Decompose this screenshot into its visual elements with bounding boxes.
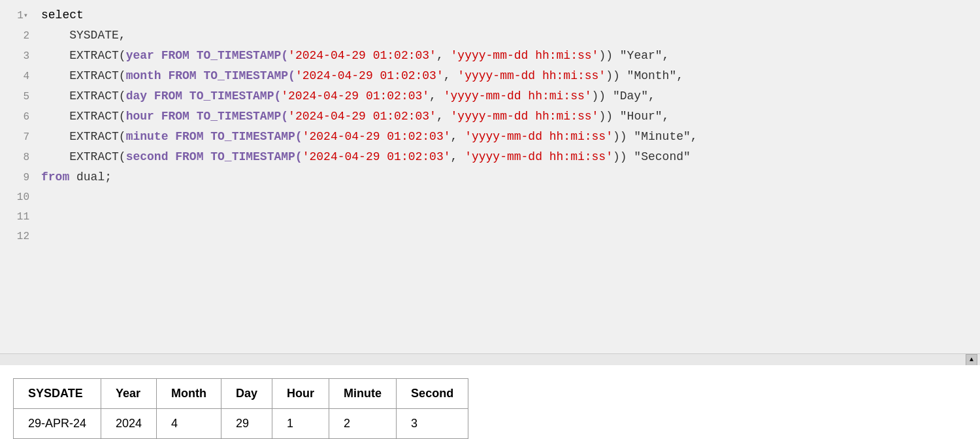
code-line: 6 EXTRACT(hour FROM TO_TIMESTAMP('2024-0… (0, 106, 980, 127)
code-content: SYSDATE, (36, 25, 126, 45)
code-segment: )) "Hour", (598, 110, 669, 123)
code-line: 11 (0, 207, 980, 227)
line-number: 5 (0, 87, 36, 106)
code-segment: SYSDATE, (41, 29, 126, 42)
table-row: 29-APR-242024429123 (14, 409, 468, 439)
code-segment: )) "Second" (613, 150, 691, 163)
code-segment: '2024-04-29 01:02:03' (288, 49, 436, 62)
table-header: Minute (329, 379, 397, 409)
code-segment: '2024-04-29 01:02:03' (295, 69, 444, 82)
code-line: 3 EXTRACT(year FROM TO_TIMESTAMP('2024-0… (0, 46, 980, 66)
code-segment: day (126, 89, 147, 103)
code-segment: , (451, 130, 465, 143)
code-segment: , (436, 110, 451, 123)
code-segment: , (444, 69, 458, 82)
code-segment: , (429, 89, 444, 103)
table-header: SYSDATE (14, 379, 101, 409)
code-segment: )) "Month", (606, 69, 683, 82)
code-line: 9from dual; (0, 167, 980, 187)
code-segment: from (41, 171, 69, 184)
code-segment: EXTRACT( (41, 49, 126, 62)
code-segment: '2024-04-29 01:02:03' (302, 130, 451, 143)
line-number: 6 (0, 107, 36, 127)
collapse-icon[interactable]: ▾ (24, 6, 28, 25)
table-header: Month (157, 379, 221, 409)
code-segment: hour (126, 110, 154, 123)
code-segment: FROM TO_TIMESTAMP( (154, 49, 288, 62)
code-segment: EXTRACT( (41, 130, 126, 143)
code-segment: select (41, 8, 84, 22)
code-content: EXTRACT(year FROM TO_TIMESTAMP('2024-04-… (36, 46, 669, 65)
table-header: Second (397, 379, 468, 409)
code-segment: 'yyyy-mm-dd hh:mi:ss' (465, 130, 613, 143)
code-segment: FROM TO_TIMESTAMP( (168, 130, 302, 143)
table-cell: 3 (397, 409, 468, 439)
code-segment: '2024-04-29 01:02:03' (281, 89, 429, 103)
code-content: from dual; (36, 167, 112, 187)
line-number: 12 (0, 227, 36, 246)
line-number: 10 (0, 187, 36, 207)
table-cell: 2024 (101, 409, 157, 439)
line-number: 11 (0, 207, 36, 227)
code-line: 4 EXTRACT(month FROM TO_TIMESTAMP('2024-… (0, 66, 980, 86)
scroll-up-button[interactable]: ▲ (966, 354, 977, 366)
code-segment: EXTRACT( (41, 69, 126, 82)
table-header: Year (101, 379, 157, 409)
results-area: SYSDATEYearMonthDayHourMinuteSecond 29-A… (0, 365, 980, 439)
line-number: 8 (0, 148, 36, 167)
code-segment: minute (126, 130, 169, 143)
code-line: 1 ▾select (0, 5, 980, 25)
code-line: 12 (0, 227, 980, 246)
table-cell: 29-APR-24 (14, 409, 101, 439)
table-cell: 2 (329, 409, 397, 439)
line-number: 1 ▾ (0, 6, 36, 25)
code-block: 1 ▾select2 SYSDATE,3 EXTRACT(year FROM T… (0, 0, 980, 252)
code-segment: FROM TO_TIMESTAMP( (161, 69, 295, 82)
code-editor[interactable]: 1 ▾select2 SYSDATE,3 EXTRACT(year FROM T… (0, 0, 980, 353)
code-content: EXTRACT(hour FROM TO_TIMESTAMP('2024-04-… (36, 106, 669, 126)
code-segment: 'yyyy-mm-dd hh:mi:ss' (451, 49, 599, 62)
code-segment: '2024-04-29 01:02:03' (288, 110, 436, 123)
code-content: EXTRACT(minute FROM TO_TIMESTAMP('2024-0… (36, 127, 698, 146)
code-content: EXTRACT(second FROM TO_TIMESTAMP('2024-0… (36, 147, 691, 167)
code-segment: EXTRACT( (41, 110, 126, 123)
code-segment: 'yyyy-mm-dd hh:mi:ss' (457, 69, 606, 82)
table-header: Hour (272, 379, 329, 409)
results-table: SYSDATEYearMonthDayHourMinuteSecond 29-A… (13, 378, 468, 439)
code-content: select (36, 5, 84, 25)
line-number: 2 (0, 26, 36, 46)
code-segment: )) "Minute", (613, 130, 698, 143)
code-line: 7 EXTRACT(minute FROM TO_TIMESTAMP('2024… (0, 127, 980, 147)
code-segment: month (126, 69, 161, 82)
code-segment: EXTRACT( (41, 89, 126, 103)
code-line: 5 EXTRACT(day FROM TO_TIMESTAMP('2024-04… (0, 86, 980, 106)
code-line: 10 (0, 187, 980, 207)
code-segment: )) "Day", (592, 89, 655, 103)
scrollbar[interactable]: ▲ (0, 353, 980, 365)
line-number: 4 (0, 67, 36, 86)
table-cell: 29 (221, 409, 272, 439)
code-segment: dual; (69, 171, 112, 184)
code-segment: FROM TO_TIMESTAMP( (147, 89, 281, 103)
line-number: 9 (0, 168, 36, 187)
code-segment: , (436, 49, 451, 62)
code-content: EXTRACT(day FROM TO_TIMESTAMP('2024-04-2… (36, 86, 655, 106)
table-header: Day (221, 379, 272, 409)
code-segment: 'yyyy-mm-dd hh:mi:ss' (444, 89, 592, 103)
code-line: 8 EXTRACT(second FROM TO_TIMESTAMP('2024… (0, 147, 980, 167)
code-line: 2 SYSDATE, (0, 25, 980, 46)
line-number: 7 (0, 127, 36, 147)
table-cell: 4 (157, 409, 221, 439)
code-segment: FROM TO_TIMESTAMP( (154, 110, 288, 123)
line-number: 3 (0, 46, 36, 66)
code-segment: 'yyyy-mm-dd hh:mi:ss' (465, 150, 613, 163)
code-segment: year (126, 49, 154, 62)
code-segment: , (451, 150, 465, 163)
code-segment: second (126, 150, 169, 163)
code-segment: )) "Year", (598, 49, 669, 62)
code-segment: 'yyyy-mm-dd hh:mi:ss' (451, 110, 599, 123)
code-content: EXTRACT(month FROM TO_TIMESTAMP('2024-04… (36, 66, 683, 86)
code-segment: '2024-04-29 01:02:03' (302, 150, 451, 163)
table-cell: 1 (272, 409, 329, 439)
code-segment: EXTRACT( (41, 150, 126, 163)
